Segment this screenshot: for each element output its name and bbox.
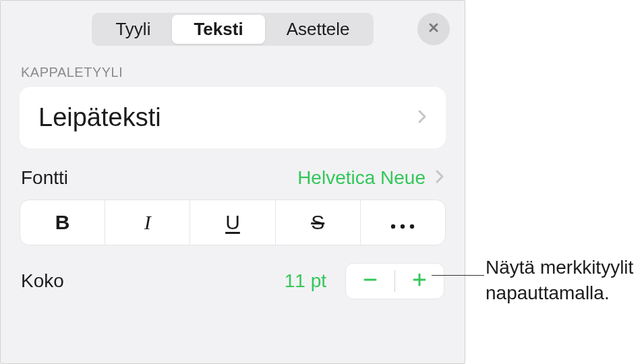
strikethrough-icon: S — [311, 211, 324, 234]
italic-button[interactable]: I — [105, 200, 190, 245]
paragraph-style-value: Leipäteksti — [38, 103, 161, 132]
size-label: Koko — [21, 270, 64, 292]
size-value: 11 pt — [285, 270, 326, 292]
tab-style[interactable]: Tyyli — [94, 15, 172, 44]
font-row[interactable]: Fontti Helvetica Neue — [1, 148, 465, 200]
more-icon — [390, 211, 415, 234]
more-options-button[interactable] — [361, 200, 445, 245]
font-value-group: Helvetica Neue — [297, 167, 444, 189]
tab-text[interactable]: Teksti — [172, 15, 264, 44]
chevron-right-icon — [435, 169, 444, 187]
callout-line-1: Näytä merkkityylit — [486, 255, 633, 280]
callout-text: Näytä merkkityylit napauttamalla. — [486, 255, 633, 306]
paragraph-style-row[interactable]: Leipäteksti — [20, 87, 446, 148]
bold-button[interactable]: B — [20, 200, 105, 245]
paragraph-style-section-label: KAPPALETYYLI — [1, 59, 465, 87]
close-button[interactable] — [417, 13, 450, 45]
size-controls: 11 pt — [285, 263, 444, 299]
svg-point-2 — [410, 224, 414, 229]
svg-point-0 — [391, 224, 395, 229]
tab-segmented-control: Tyyli Teksti Asettele — [92, 13, 373, 46]
size-row: Koko 11 pt — [1, 245, 465, 299]
underline-button[interactable]: U — [190, 200, 275, 245]
chevron-right-icon — [417, 109, 427, 127]
size-decrease-button[interactable] — [346, 264, 394, 299]
strikethrough-button[interactable]: S — [276, 200, 361, 245]
size-increase-button[interactable] — [395, 264, 444, 299]
tab-arrange[interactable]: Asettele — [265, 15, 372, 44]
font-value: Helvetica Neue — [297, 167, 426, 189]
panel-header: Tyyli Teksti Asettele — [1, 1, 465, 59]
callout-leader-line — [432, 275, 484, 276]
close-icon — [427, 21, 440, 37]
plus-icon — [411, 271, 428, 291]
text-style-bar: B I U S — [20, 200, 446, 245]
underline-icon: U — [225, 211, 240, 234]
format-panel: Tyyli Teksti Asettele KAPPALETYYLI Leipä… — [0, 0, 465, 364]
size-stepper — [345, 263, 444, 299]
callout-line-2: napauttamalla. — [486, 280, 633, 306]
font-label: Fontti — [21, 167, 68, 189]
minus-icon — [361, 271, 379, 291]
svg-point-1 — [401, 224, 405, 229]
